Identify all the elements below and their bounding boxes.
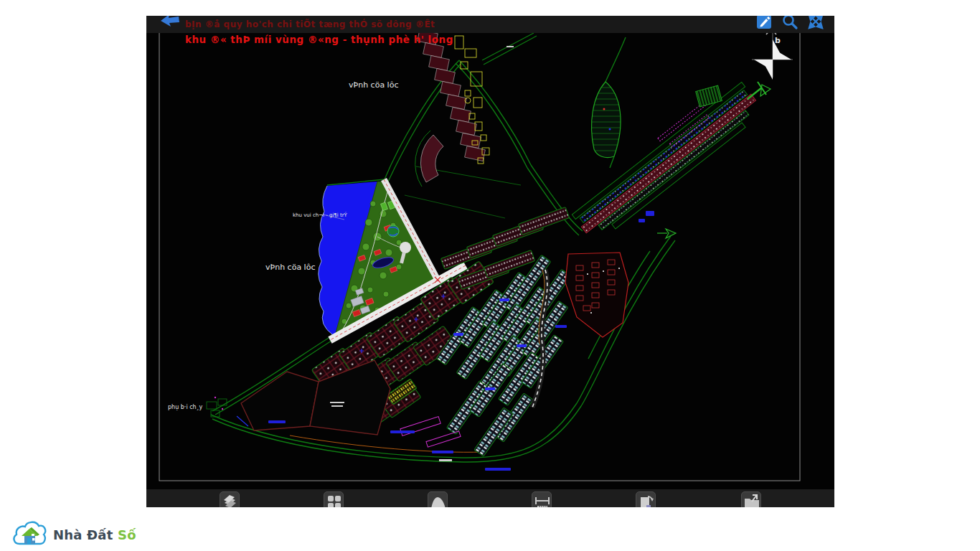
map-canvas[interactable]: vÞnh cöa lôc vÞnh cöa lôc khu vui ch¬i -… [146,16,834,507]
edit-button[interactable] [755,16,773,30]
open-folder-icon [743,493,761,507]
grid-icon [325,493,344,507]
logo-cloud-house-icon [11,519,49,550]
area-icon [429,493,448,507]
cad-viewer-window: vÞnh cöa lôc vÞnh cöa lôc khu vui ch¬i -… [146,16,834,507]
toolbar-measure-button[interactable] [532,491,552,507]
logo-suffix: Số [118,527,136,542]
toolbar-rotate-page-button[interactable] [636,491,656,507]
logo-name: Nhà Đất [53,527,113,542]
zoom-magnifier-icon [781,16,798,30]
toolbar-grid-button[interactable] [324,491,344,507]
toolbar-open-folder-button[interactable] [741,491,761,507]
drawing-title: khu ®« thÞ míi vùng ®«ng - thụnh phè h' … [185,34,453,45]
layers-icon [221,493,240,507]
back-button[interactable] [159,16,181,31]
zoom-button[interactable] [781,16,798,30]
ward-label: phụ b·i ch¸y [168,404,203,411]
expand-arrows-icon [807,16,824,30]
measure-icon [533,493,552,507]
toolbar-layers-button[interactable] [220,491,240,507]
bay-label-west: vÞnh cöa lôc [265,263,315,272]
logo-text: Nhà Đất Số [53,527,136,542]
compass-label: b [775,36,781,45]
back-arrow-icon [159,16,181,31]
park-label: khu vui ch¬i - gi¶i trÝ [293,212,348,218]
toolbar-area-button[interactable] [428,491,448,507]
viewer-topbar: bỊn ®å quy ho'ch chi tiÕt tæng thÓ sö dô… [146,16,834,33]
rotate-page-icon [637,493,656,507]
drawing-subtitle: bỊn ®å quy ho'ch chi tiÕt tæng thÓ sö dô… [185,19,435,29]
road-label-white [439,459,452,461]
viewer-toolbar [146,489,834,507]
fullscreen-button[interactable] [807,16,824,30]
edit-pencil-icon [755,16,773,30]
site-logo[interactable]: Nhà Đất Số [11,519,136,550]
bay-label-north: vÞnh cöa lôc [349,80,398,90]
